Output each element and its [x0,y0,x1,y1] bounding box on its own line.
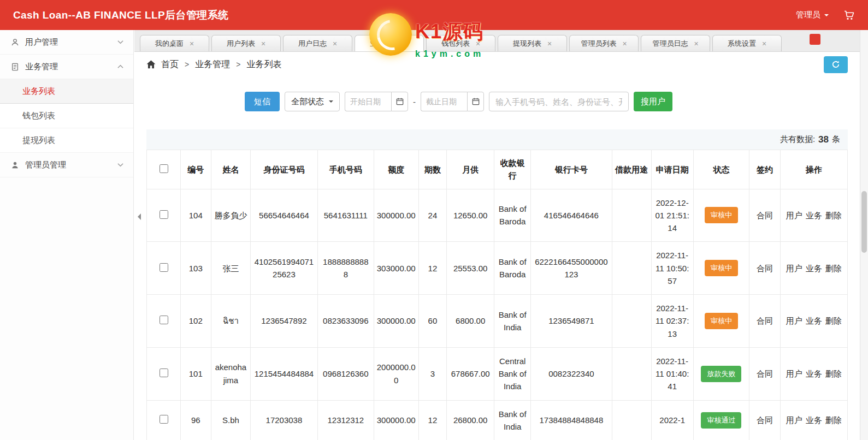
refresh-button[interactable] [824,56,848,73]
sms-button[interactable]: 短信 [245,92,280,111]
tab-item-3[interactable]: 业务列表× [355,35,424,51]
chevron-up-icon [117,64,123,69]
action-business-link[interactable]: 业务 [806,369,822,378]
tab-close-icon[interactable]: × [622,40,627,47]
cell-monthly: 26800.00 [447,400,494,440]
action-user-link[interactable]: 用户 [786,316,802,325]
tab-item-8[interactable]: 系统设置× [712,35,782,51]
cell-actions: 用户业务删除 [780,189,847,242]
tab-close-icon[interactable]: × [762,40,766,47]
action-delete-link[interactable]: 删除 [825,211,842,220]
action-delete-link[interactable]: 删除 [825,316,842,325]
cell-name: 勝多負少 [211,189,251,242]
calendar-icon[interactable] [467,92,484,111]
cell-purpose [612,295,651,348]
tab-close-icon[interactable]: × [261,40,265,47]
sidebar-collapse-handle[interactable] [134,205,142,228]
row-checkbox[interactable] [160,263,168,272]
contract-link[interactable]: 合同 [757,264,773,273]
breadcrumb-item-0[interactable]: 首页 [161,59,179,70]
row-checkbox[interactable] [160,210,168,219]
row-checkbox[interactable] [160,368,168,377]
sidebar-item-2[interactable]: 管理员管理 [0,153,133,177]
tab-label: 钱包列表 [441,39,470,49]
contract-link[interactable]: 合同 [757,369,773,378]
cell-amount: 2000000.00 [374,347,418,400]
tab-label: 管理员列表 [581,39,616,49]
select-all-checkbox[interactable] [160,164,168,173]
cell-bank: Bank of Baroda [494,189,531,242]
scrollbar-thumb[interactable] [861,191,867,253]
tab-close-icon[interactable]: × [333,40,337,47]
cell-amount: 300000.00 [374,189,418,242]
action-user-link[interactable]: 用户 [786,415,802,425]
cell-monthly: 12650.00 [447,189,494,242]
admin-icon [11,161,19,169]
contract-link[interactable]: 合同 [757,415,773,425]
cell-periods: 24 [418,189,446,242]
tab-close-icon[interactable]: × [694,40,698,47]
sidebar-item-1[interactable]: 业务管理 [0,55,133,79]
tab-item-6[interactable]: 管理员列表× [569,35,639,51]
cell-periods: 12 [418,400,446,440]
tab-item-7[interactable]: 管理员日志× [641,35,710,51]
tab-close-icon[interactable]: × [190,40,194,47]
vertical-scrollbar[interactable] [860,30,868,440]
tab-close-icon[interactable]: × [547,40,552,47]
row-select-cell [147,295,181,348]
contract-link[interactable]: 合同 [757,316,773,325]
cell-purpose [612,400,651,440]
search-user-button[interactable]: 搜用户 [634,92,672,111]
action-user-link[interactable]: 用户 [786,369,802,378]
action-user-link[interactable]: 用户 [786,211,802,220]
tab-close-icon[interactable]: × [404,40,409,47]
cell-actions: 用户业务删除 [780,295,847,348]
action-delete-link[interactable]: 删除 [825,264,842,273]
column-actions: 操作 [780,150,847,189]
chevron-down-icon [117,40,123,44]
action-delete-link[interactable]: 删除 [825,369,842,378]
tab-item-1[interactable]: 用户列表× [211,35,281,51]
cell-name: ฉิชา [211,295,251,348]
cell-monthly: 25553.00 [447,242,494,295]
tab-close-icon[interactable]: × [476,40,480,47]
keyword-search-input[interactable] [489,92,629,111]
action-business-link[interactable]: 业务 [806,316,822,325]
business-table: 编号姓名身份证号码手机号码额度期数月供收款银行银行卡号借款用途申请日期状态签约操… [146,150,848,440]
breadcrumb-item-2[interactable]: 业务列表 [246,59,281,70]
row-checkbox[interactable] [160,316,168,324]
cart-icon[interactable] [844,10,855,20]
tab-item-4[interactable]: 钱包列表× [426,35,495,51]
header-right: 管理员 [796,10,855,20]
app-title: Cash Loan--AB FINANCE LLP后台管理系统 [13,8,229,22]
sidebar-subitem-2[interactable]: 提现列表 [0,128,133,153]
tab-item-0[interactable]: 我的桌面× [140,35,209,51]
status-select-value: 全部状态 [291,97,324,107]
cell-apply-date: 2022-11-11 02:37:13 [651,295,693,348]
action-business-link[interactable]: 业务 [806,211,822,220]
start-date-input[interactable] [345,92,391,111]
cell-amount: 303000.00 [374,242,418,295]
cell-sign: 合同 [749,189,780,242]
sidebar-subitem-1[interactable]: 钱包列表 [0,104,133,128]
tab-actions-button[interactable] [810,34,820,45]
end-date-input[interactable] [421,92,467,111]
row-checkbox[interactable] [160,415,168,424]
summary-label: 共有数据: [780,134,815,145]
action-business-link[interactable]: 业务 [806,264,822,273]
contract-link[interactable]: 合同 [757,211,773,220]
breadcrumb-item-1[interactable]: 业务管理 [195,59,230,70]
action-user-link[interactable]: 用户 [786,264,802,273]
data-panel: 共有数据: 38 条 编号姓名身份证号码手机号码额度期数月供收款银行银行卡号借款… [146,129,848,440]
action-delete-link[interactable]: 删除 [825,415,842,425]
tab-item-2[interactable]: 用户日志× [283,35,352,51]
tab-item-5[interactable]: 提现列表× [498,35,567,51]
status-select[interactable]: 全部状态 [285,92,340,111]
chevron-left-icon [134,213,141,220]
sidebar-subitem-0[interactable]: 业务列表 [0,79,133,104]
admin-menu[interactable]: 管理员 [796,10,829,20]
cell-periods: 3 [418,347,446,400]
calendar-icon[interactable] [391,92,408,111]
action-business-link[interactable]: 业务 [806,415,822,425]
sidebar-item-0[interactable]: 用户管理 [0,30,133,55]
